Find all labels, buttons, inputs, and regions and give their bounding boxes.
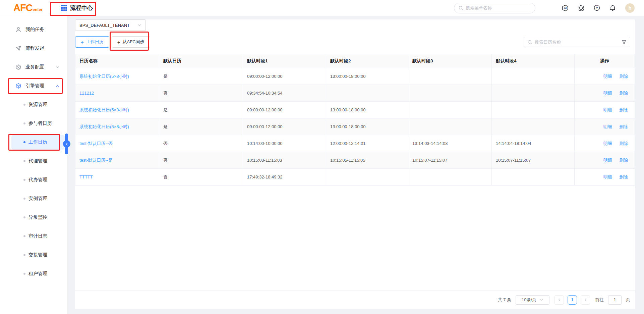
avatar-letter: h	[628, 5, 631, 11]
table-row: 系统初始化日历(5×8小时) 是 09:00:00-12:00:00 13:00…	[75, 118, 635, 135]
header-icon-group: AI ?	[562, 4, 616, 12]
detail-link[interactable]: 明细	[603, 107, 612, 112]
detail-link[interactable]: 明细	[603, 141, 612, 146]
plugin-icon[interactable]	[577, 4, 585, 12]
delete-link[interactable]: 删除	[619, 124, 628, 129]
goto-unit-label: 页	[626, 297, 630, 303]
chevron-down-icon	[137, 23, 141, 27]
calendar-search-input[interactable]	[535, 40, 619, 45]
bullet-icon	[23, 216, 25, 218]
slot3-cell	[408, 85, 492, 102]
delete-link[interactable]: 删除	[619, 141, 628, 146]
sidebar-submenu-item-7[interactable]: 审计日志	[0, 227, 67, 246]
sidebar-item-my-tasks[interactable]: 我的任务	[0, 20, 67, 39]
delete-link[interactable]: 删除	[619, 158, 628, 163]
plus-icon: +	[81, 39, 84, 45]
slot2-cell	[326, 85, 408, 102]
bullet-icon	[23, 198, 25, 200]
delete-link[interactable]: 删除	[619, 174, 628, 179]
default-flag-cell: 是	[159, 102, 243, 118]
svg-text:AI: AI	[564, 7, 567, 10]
calendar-name-link[interactable]: 系统初始化日历(5×8小时)	[79, 107, 129, 112]
menu-search-input[interactable]	[466, 5, 531, 10]
table-row: 系统初始化日历(5×8小时) 是 09:00:00-12:00:00 13:00…	[75, 68, 635, 85]
bullet-icon	[23, 104, 25, 106]
submenu-item-label: 实例管理	[28, 196, 47, 202]
table-header-row: 日历名称默认日历默认时段1默认时段2默认时段3默认时段4操作	[75, 54, 635, 68]
table-toolbar: + 工作日历 + 从AFC同步	[75, 36, 630, 48]
column-header: 默认时段4	[492, 54, 575, 68]
engine-cube-icon	[15, 83, 21, 89]
sidebar-submenu-item-5[interactable]: 实例管理	[0, 189, 67, 208]
tenant-select[interactable]: BPS_DEFAULT_TENANT	[75, 19, 146, 31]
default-flag-cell: 是	[159, 118, 243, 135]
column-header: 默认时段3	[408, 54, 492, 68]
sidebar-collapse-button[interactable]	[63, 140, 70, 148]
detail-link[interactable]: 明细	[603, 158, 612, 163]
add-work-calendar-button[interactable]: + 工作日历	[75, 36, 109, 48]
search-icon	[458, 5, 463, 10]
help-icon[interactable]: ?	[593, 4, 600, 12]
column-header: 操作	[575, 54, 635, 68]
calendar-search-box	[524, 37, 630, 47]
calendar-name-link[interactable]: 121212	[79, 91, 94, 96]
sidebar-nav: 我的任务 流程发起 业务配置 引擎管	[0, 16, 68, 314]
sidebar-submenu-item-3[interactable]: 代理管理	[0, 152, 67, 170]
ai-assistant-icon[interactable]: AI	[562, 4, 569, 12]
default-flag-cell: 否	[159, 152, 243, 169]
slot2-cell: 10:15:05-11:15:05	[326, 152, 408, 169]
sidebar-item-business-config[interactable]: 业务配置	[0, 58, 67, 76]
sync-from-afc-button[interactable]: + 从AFC同步	[112, 36, 150, 48]
sidebar-submenu-item-6[interactable]: 异常监控	[0, 208, 67, 227]
sidebar-submenu-item-8[interactable]: 交接管理	[0, 246, 67, 264]
chevron-up-icon	[56, 84, 59, 88]
calendar-name-link[interactable]: TTTTT	[79, 174, 93, 179]
detail-link[interactable]: 明细	[603, 74, 612, 79]
search-icon	[527, 40, 532, 45]
calendar-name-link[interactable]: test-默认日历--否	[79, 141, 113, 146]
delete-link[interactable]: 删除	[619, 74, 628, 79]
bell-icon[interactable]	[609, 4, 616, 12]
sidebar-submenu-item-9[interactable]: 租户管理	[0, 264, 67, 283]
calendar-table-body: 系统初始化日历(5×8小时) 是 09:00:00-12:00:00 13:00…	[75, 68, 635, 186]
process-center-entry[interactable]: 流程中心	[58, 2, 96, 14]
slot2-cell	[326, 169, 408, 186]
sidebar-item-engine-management[interactable]: 引擎管理	[0, 76, 67, 95]
calendar-table-wrap: 日历名称默认日历默认时段1默认时段2默认时段3默认时段4操作 系统初始化日历(5…	[75, 54, 635, 186]
sidebar-item-process-start[interactable]: 流程发起	[0, 39, 67, 58]
pagination-total: 共 7 条	[498, 297, 511, 303]
plus-icon: +	[117, 39, 120, 45]
bullet-icon	[23, 122, 25, 124]
calendar-name-link[interactable]: test-默认日历--是	[79, 158, 113, 163]
detail-link[interactable]: 明细	[603, 174, 612, 179]
prev-page-button[interactable]	[554, 295, 564, 305]
sidebar-submenu-item-4[interactable]: 代办管理	[0, 170, 67, 189]
goto-page-input[interactable]	[608, 295, 622, 305]
delete-link[interactable]: 删除	[619, 91, 628, 96]
slot4-cell	[492, 169, 575, 186]
submenu-item-label: 租户管理	[28, 271, 47, 277]
bullet-icon	[23, 179, 25, 181]
detail-link[interactable]: 明细	[603, 91, 612, 96]
sidebar-submenu-item-2[interactable]: 工作日历	[0, 133, 67, 152]
top-header: AFC enter 流程中心 AI	[0, 0, 644, 16]
slot1-cell: 17:49:32-18:49:32	[243, 169, 326, 186]
menu-search-box	[454, 3, 535, 13]
next-page-button[interactable]	[581, 295, 590, 305]
logo-main-text: AFC	[13, 3, 33, 13]
detail-link[interactable]: 明细	[603, 124, 612, 129]
sidebar-submenu-item-1[interactable]: 参与者日历	[0, 114, 67, 133]
calendar-name-link[interactable]: 系统初始化日历(5×8小时)	[79, 74, 129, 79]
tenant-select-value: BPS_DEFAULT_TENANT	[79, 23, 130, 28]
user-avatar[interactable]: h	[625, 3, 635, 13]
page-size-select[interactable]: 10条/页	[516, 295, 549, 305]
afcenter-logo[interactable]: AFC enter	[13, 3, 43, 13]
slot2-cell: 12:00:00-12:14:01	[326, 135, 408, 152]
calendar-name-link[interactable]: 系统初始化日历(5×8小时)	[79, 124, 129, 129]
current-page-button[interactable]: 1	[568, 295, 577, 305]
delete-link[interactable]: 删除	[619, 107, 628, 112]
filter-funnel-icon[interactable]	[622, 40, 627, 45]
slot3-cell	[408, 68, 492, 85]
sidebar-submenu-item-0[interactable]: 资源管理	[0, 95, 67, 114]
slot2-cell: 13:00:00-18:00:00	[326, 68, 408, 85]
